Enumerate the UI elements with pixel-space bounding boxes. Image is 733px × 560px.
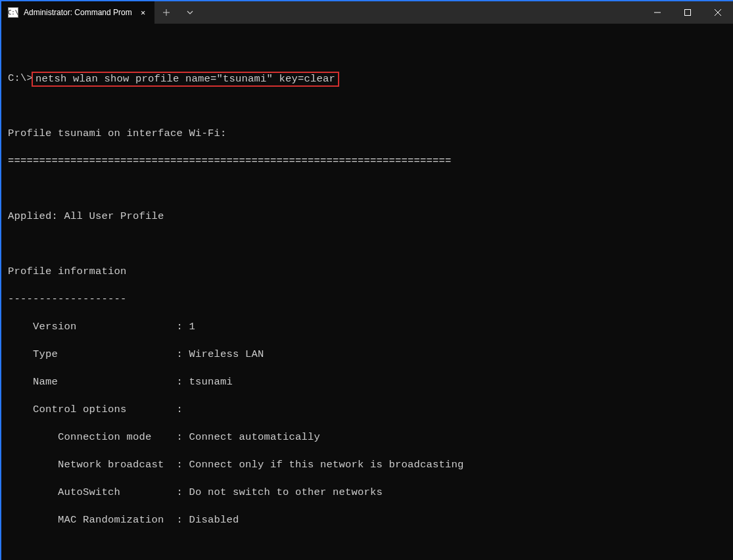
minimize-button[interactable] xyxy=(642,1,673,24)
chevron-down-icon xyxy=(186,9,194,16)
kv-row: Type : Wireless LAN xyxy=(8,348,726,362)
kv-row: Network broadcast : Connect only if this… xyxy=(8,458,726,472)
tab-title: Administrator: Command Prom xyxy=(24,8,132,17)
terminal-output[interactable]: C:\>netsh wlan show profile name="tsunam… xyxy=(1,24,733,560)
minimize-icon xyxy=(654,9,661,16)
kv-row: AutoSwitch : Do not switch to other netw… xyxy=(8,486,726,500)
applied-line: Applied: All User Profile xyxy=(8,210,726,223)
new-tab-button[interactable] xyxy=(154,1,178,24)
plus-icon xyxy=(162,9,170,16)
tabbar xyxy=(154,1,642,24)
profile-header: Profile tsunami on interface Wi-Fi: xyxy=(8,127,726,141)
maximize-button[interactable] xyxy=(673,1,703,24)
kv-row: Control options : xyxy=(8,403,726,417)
divider-line: ========================================… xyxy=(8,154,726,168)
section-title-profile-info: Profile information xyxy=(8,265,726,279)
kv-row: MAC Randomization : Disabled xyxy=(8,513,726,527)
section-underline: ------------------- xyxy=(8,292,726,306)
cmd-icon: C:\ xyxy=(8,7,18,18)
active-tab[interactable]: C:\ Administrator: Command Prom ✕ xyxy=(1,1,154,24)
close-window-button[interactable] xyxy=(703,1,733,24)
maximize-icon xyxy=(684,9,691,16)
tab-close-button[interactable]: ✕ xyxy=(137,7,149,18)
kv-row: Version : 1 xyxy=(8,320,726,334)
command-highlight: netsh wlan show profile name="tsunami" k… xyxy=(32,72,339,87)
kv-row: Name : tsunami xyxy=(8,375,726,389)
prompt: C:\> xyxy=(8,72,33,85)
tab-dropdown-button[interactable] xyxy=(178,1,202,24)
close-icon xyxy=(715,9,721,16)
window-titlebar: C:\ Administrator: Command Prom ✕ xyxy=(1,1,733,24)
kv-row: Connection mode : Connect automatically xyxy=(8,431,726,444)
window-controls xyxy=(642,1,733,24)
svg-rect-3 xyxy=(685,10,691,16)
